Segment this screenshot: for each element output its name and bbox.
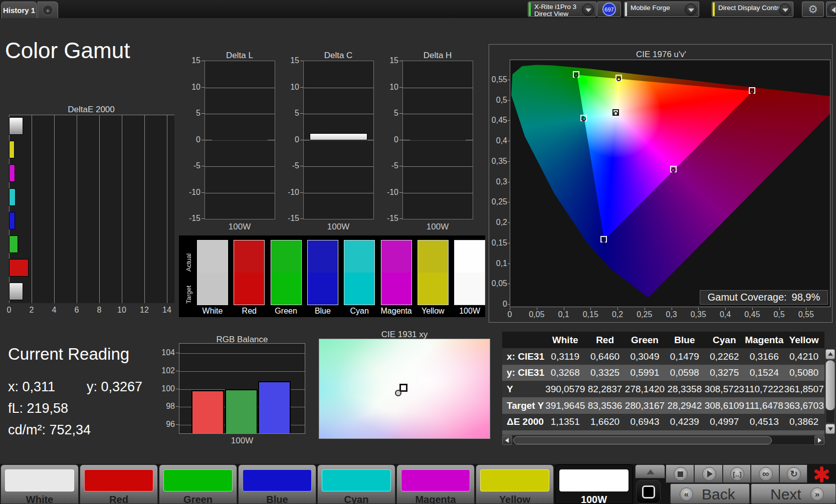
cell: 5,3288 [665, 430, 704, 435]
source-accent [625, 3, 627, 16]
pattern-window-button[interactable] [636, 480, 661, 503]
col-header-cyan: Cyan [705, 332, 744, 348]
marker-circle-red [750, 89, 754, 94]
swatch-label: Red [234, 307, 265, 316]
swatch-blue [307, 240, 338, 305]
loop-button[interactable]: ∞ [751, 464, 779, 483]
cell: 0,3268 [545, 365, 585, 381]
delta_l-plot [204, 61, 275, 219]
table-vscroll-up[interactable] [825, 349, 835, 359]
swatch-yellow [417, 240, 449, 305]
row-label: y: CIE31 [502, 365, 545, 381]
cell: 28,2942 [665, 397, 704, 414]
patch-button-green[interactable]: Green [159, 464, 237, 504]
cell: 0,4997 [705, 414, 744, 430]
refresh-button[interactable]: ↻ [779, 464, 807, 483]
collapse-panel-button[interactable] [826, 2, 836, 17]
patch-button-yellow[interactable]: Yellow [476, 464, 554, 504]
cie1976-ytick: 0,5 [489, 96, 507, 105]
patch-button-100w[interactable]: 100W [555, 464, 633, 504]
arrow-up-icon [828, 352, 833, 356]
delta_h-xlabel: 100W [427, 222, 449, 232]
settings-button[interactable]: ⚙ [802, 2, 824, 17]
delta_c-ytick: -10 [282, 188, 299, 197]
swatch-target [308, 273, 338, 305]
deltae-bar-magenta [9, 164, 15, 182]
meter-accent [529, 3, 531, 16]
next-button[interactable]: Next» [751, 483, 836, 504]
target-row-label: Target [185, 275, 192, 304]
patch-swatch [243, 469, 312, 491]
pattern-button-icon: [‥] [730, 467, 744, 481]
cell: 0,3275 [705, 365, 744, 381]
cie1976-xtick: 0,25 [637, 310, 652, 319]
patch-button-blue[interactable]: Blue [238, 464, 316, 504]
cell: 111,6478 [744, 397, 784, 414]
patch-button-white[interactable]: White [1, 464, 79, 504]
chevron-left-icon [827, 4, 836, 16]
cie1976-xtick: 0,4 [720, 310, 731, 319]
delta_c-ytick: 15 [282, 56, 299, 65]
deltae2000-plot [9, 115, 174, 303]
play-button[interactable] [694, 464, 723, 483]
source-dropdown[interactable]: Mobile Forge [624, 2, 699, 17]
delta_c-ytick: 5 [282, 109, 299, 118]
back-button[interactable]: «Back [670, 483, 750, 504]
tab-history-1[interactable]: History 1 [1, 2, 37, 18]
swatch-label: Green [271, 307, 302, 316]
swatch-target [381, 273, 411, 305]
delta_h-ytick: -10 [381, 188, 398, 197]
swatch-label: Magenta [381, 307, 412, 316]
table-vscroll-thumb[interactable] [825, 360, 835, 410]
table-hscroll-right[interactable] [814, 435, 824, 445]
delta_c-xlabel: 100W [327, 222, 349, 232]
patch-swatch [322, 469, 391, 491]
delta_l-ytick: 0 [183, 135, 200, 144]
chevron-down-icon [685, 4, 697, 16]
patch-button-cyan[interactable]: Cyan [317, 464, 395, 504]
row-label: x: CIE31 [502, 348, 545, 365]
cie1976-ytick: 0,45 [489, 116, 507, 125]
pattern-button[interactable]: [‥] [723, 464, 751, 483]
swatch-magenta [381, 240, 412, 305]
cell: 0,3325 [585, 365, 624, 381]
patch-swatch [5, 469, 74, 491]
patch-button-magenta[interactable]: Magenta [396, 464, 475, 504]
patch-button-red[interactable]: Red [80, 464, 158, 504]
deltae-bar-red [9, 259, 29, 277]
delta_c-plot [303, 61, 374, 219]
loop-button-icon: ∞ [759, 467, 773, 481]
cie1976-xtick: 0 [508, 310, 512, 319]
cie1976-xtick: 0,35 [691, 310, 706, 319]
col-header-blue: Blue [665, 332, 704, 348]
stop-button[interactable] [666, 464, 694, 483]
delta_c-ytick: 10 [282, 83, 299, 92]
new-tab-button[interactable]: + [38, 2, 58, 18]
table-hscroll-thumb[interactable] [513, 436, 772, 444]
chevron-down-icon [779, 4, 791, 16]
patch-label: Yellow [476, 494, 553, 504]
meter-dropdown[interactable]: X-Rite i1Pro 3Direct View [528, 2, 596, 17]
delta_l-ytick: 5 [183, 109, 200, 118]
delta_l-title: Delta L [226, 51, 253, 61]
actual-row-label: Actual [185, 242, 192, 272]
gear-icon: ⚙ [808, 3, 818, 16]
patch-swatch [84, 469, 153, 491]
rgb-ytick: 104 [155, 348, 175, 357]
table-row: Target Y391,964583,3536280,316728,294230… [502, 397, 824, 414]
deltae2000-xtick: 4 [52, 306, 57, 315]
top-bar: History 1+X-Rite i1Pro 3Direct View697Mo… [0, 0, 836, 18]
scroll-patches-up-button[interactable] [635, 464, 665, 478]
cie1976-ytick: 0,4 [489, 136, 507, 145]
source-name: Mobile Forge [631, 4, 670, 12]
swatch-label: 100W [454, 307, 485, 316]
delta_h-ytick: 0 [381, 135, 398, 144]
col-header-red: Red [585, 332, 624, 348]
table-vscroll-down[interactable] [825, 424, 835, 434]
table-hscroll-left[interactable] [502, 435, 512, 445]
cie1976-ytick: 0,3 [489, 177, 507, 186]
display-control-dropdown[interactable]: Direct Display Control [712, 2, 793, 17]
cell: 2,4001 [625, 430, 665, 435]
cie1976-xtick: 0,2 [612, 310, 623, 319]
marker-circle-green [574, 73, 578, 78]
